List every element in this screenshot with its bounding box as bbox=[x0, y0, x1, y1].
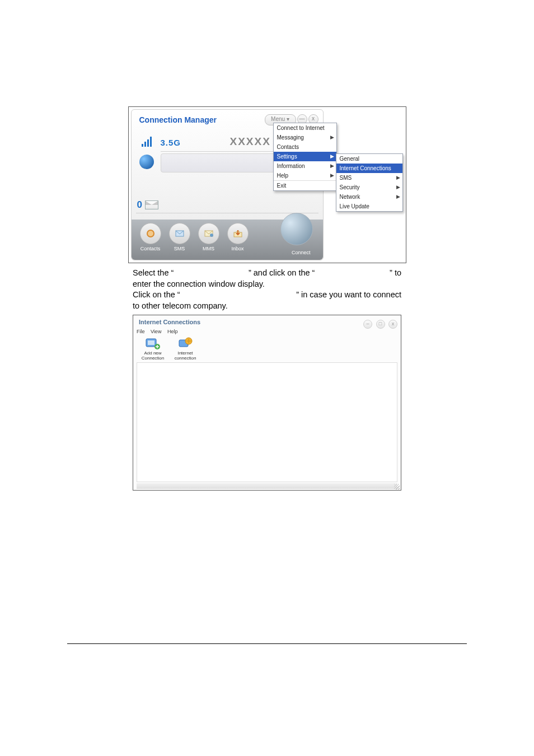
content-area bbox=[137, 362, 397, 482]
submenu-sms[interactable]: SMS▶ bbox=[336, 173, 402, 183]
mms-label: MMS bbox=[195, 246, 222, 251]
connect-label: Connect bbox=[292, 250, 311, 255]
sms-icon bbox=[174, 228, 185, 239]
menu-information[interactable]: Information▶ bbox=[274, 161, 336, 171]
text-fragment: Click on the “ bbox=[133, 290, 180, 301]
figure-connection-manager: Connection Manager Menu ▾ — x 3.5G XXXXX… bbox=[128, 106, 406, 263]
signal-icon bbox=[142, 137, 154, 147]
chevron-right-icon: ▶ bbox=[330, 153, 334, 159]
sms-label: SMS bbox=[166, 246, 193, 251]
menu-exit[interactable]: Exit bbox=[274, 180, 336, 190]
menu-item-label: Settings bbox=[277, 153, 297, 160]
menu-item-label: Connect to Internet bbox=[277, 125, 325, 131]
chevron-right-icon: ▶ bbox=[396, 184, 400, 190]
contacts-icon bbox=[145, 228, 156, 239]
menu-help[interactable]: Help▶ bbox=[274, 171, 336, 180]
status-bar bbox=[137, 483, 397, 489]
menu-item-label: Messaging bbox=[277, 134, 304, 141]
app-title: Connection Manager bbox=[139, 115, 217, 124]
menu-item-label: Live Update bbox=[340, 203, 369, 209]
chevron-right-icon: ▶ bbox=[330, 172, 334, 178]
mms-button[interactable]: MMS bbox=[195, 223, 222, 251]
svg-point-1 bbox=[148, 231, 153, 236]
maximize-button[interactable]: □ bbox=[376, 320, 385, 329]
main-menu-dropdown: Connect to Internet Messaging▶ Contacts … bbox=[273, 123, 337, 191]
chevron-right-icon: ▶ bbox=[396, 194, 400, 199]
window-buttons: – □ x bbox=[362, 318, 397, 329]
submenu-live-update[interactable]: Live Update bbox=[336, 202, 402, 211]
text-fragment: ” and click on the “ bbox=[249, 268, 315, 277]
globe-icon bbox=[139, 155, 154, 169]
inbox-button[interactable]: Inbox bbox=[224, 223, 251, 251]
operator-name: XXXXX bbox=[230, 136, 271, 148]
text-fragment: ” in case you want to connect bbox=[296, 290, 401, 301]
menu-contacts[interactable]: Contacts bbox=[274, 142, 336, 152]
toolbar-label: Connection bbox=[137, 356, 169, 361]
menu-item-label: Exit bbox=[277, 183, 287, 189]
bottom-toolbar: Contacts SMS MMS Inbox Connect bbox=[132, 220, 323, 260]
menubar-file[interactable]: File bbox=[137, 329, 145, 334]
settings-submenu: General Internet Connections SMS▶ Securi… bbox=[336, 153, 403, 212]
menu-item-label: Contacts bbox=[277, 144, 299, 150]
inbox-icon bbox=[232, 228, 243, 239]
text-fragment: to other telecom company. bbox=[133, 301, 401, 312]
connect-button[interactable] bbox=[280, 213, 313, 245]
close-button[interactable]: x bbox=[388, 320, 397, 329]
svg-point-4 bbox=[210, 234, 213, 237]
network-generation: 3.5G bbox=[161, 138, 181, 147]
submenu-general[interactable]: General bbox=[336, 154, 402, 164]
text-fragment: enter the connection window display. bbox=[133, 279, 401, 290]
figure-internet-connections: Internet Connections – □ x File View Hel… bbox=[133, 315, 401, 491]
menubar: File View Help bbox=[137, 329, 182, 334]
menu-item-label: General bbox=[340, 156, 360, 162]
menu-item-label: Security bbox=[340, 184, 360, 190]
menu-connect-to-internet[interactable]: Connect to Internet bbox=[274, 123, 336, 133]
envelope-icon bbox=[145, 200, 158, 209]
submenu-internet-connections[interactable]: Internet Connections bbox=[336, 164, 402, 173]
add-new-connection-button[interactable]: Add new Connection bbox=[137, 337, 169, 361]
contacts-label: Contacts bbox=[137, 246, 164, 251]
sms-button[interactable]: SMS bbox=[166, 223, 193, 251]
add-connection-icon bbox=[145, 337, 161, 350]
menubar-view[interactable]: View bbox=[151, 329, 161, 334]
submenu-network[interactable]: Network▶ bbox=[336, 192, 402, 202]
resize-grip-icon[interactable] bbox=[394, 484, 400, 489]
menu-item-label: Information bbox=[277, 163, 305, 169]
chevron-right-icon: ▶ bbox=[330, 163, 334, 169]
text-fragment: Select the “ bbox=[133, 268, 174, 277]
menu-settings[interactable]: Settings▶ bbox=[274, 152, 336, 161]
window-title: Internet Connections bbox=[139, 319, 200, 325]
menu-item-label: SMS bbox=[340, 175, 352, 181]
minimize-button[interactable]: – bbox=[363, 320, 372, 329]
unread-count: 0 bbox=[137, 199, 142, 211]
page-footer-rule bbox=[67, 643, 467, 644]
toolbar: Add new Connection Internet connection bbox=[137, 337, 202, 361]
menu-item-label: Internet Connections bbox=[340, 165, 391, 171]
menu-messaging[interactable]: Messaging▶ bbox=[274, 133, 336, 142]
svg-rect-7 bbox=[148, 340, 154, 345]
internet-connection-icon bbox=[177, 337, 193, 350]
chevron-right-icon: ▶ bbox=[396, 175, 400, 180]
mms-icon bbox=[203, 228, 214, 239]
menubar-help[interactable]: Help bbox=[167, 329, 178, 334]
instruction-text: Select the “ ” and click on the “ ” to e… bbox=[133, 268, 401, 311]
menu-item-label: Network bbox=[340, 194, 360, 200]
text-fragment: ” to bbox=[390, 268, 401, 277]
chevron-right-icon: ▶ bbox=[330, 134, 334, 140]
internet-connection-item[interactable]: Internet connection bbox=[169, 337, 202, 361]
menu-item-label: Help bbox=[277, 172, 289, 179]
submenu-security[interactable]: Security▶ bbox=[336, 183, 402, 192]
contacts-button[interactable]: Contacts bbox=[137, 223, 164, 251]
toolbar-label: connection bbox=[169, 356, 202, 361]
inbox-label: Inbox bbox=[224, 246, 251, 251]
